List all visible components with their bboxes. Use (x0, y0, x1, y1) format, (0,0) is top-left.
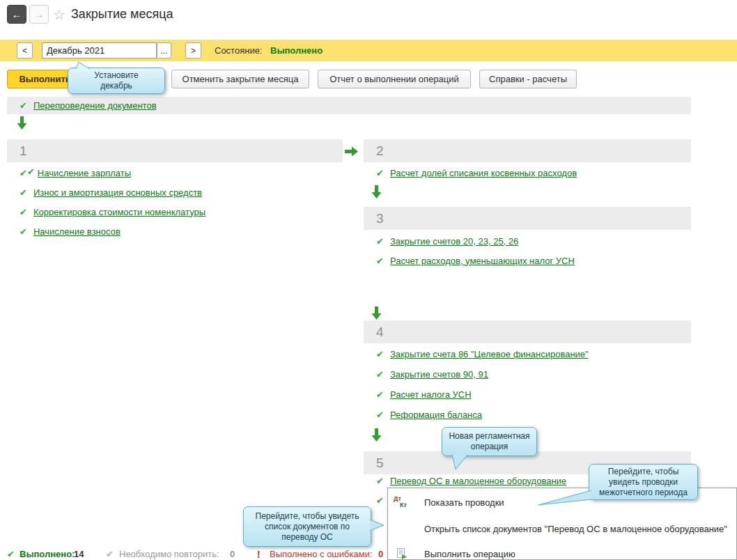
operation-link[interactable]: Износ и амортизация основных средств (33, 187, 202, 198)
tooltip-pointer-icon (451, 455, 469, 470)
done-check-icon: ✔ (7, 550, 15, 559)
block-number: 3 (376, 211, 384, 226)
reposting-documents-link[interactable]: Перепроведение документов (33, 100, 157, 111)
menu-item-open-documents[interactable]: Открыть список документов "Перевод ОС в … (388, 518, 736, 540)
done-check-icon: ✔ (376, 256, 384, 265)
operation-link[interactable]: Закрытие счетов 20, 23, 25, 26 (390, 236, 518, 247)
done-check-icon: ✔ (376, 476, 384, 485)
operation-row: ✔ Закрытие счетов 20, 23, 25, 26 (376, 234, 518, 248)
menu-item-perform-operation[interactable]: Выполнить операцию (388, 543, 736, 560)
status-done-label: Выполнено: (20, 550, 75, 559)
tooltip-line: Перейдите, чтобы (594, 467, 693, 477)
operation-row: ✔ (376, 493, 384, 507)
tooltip-pointer-icon (538, 488, 592, 506)
reposting-bar: ✔ Перепроведение документов (7, 97, 691, 114)
tooltip-line: Перейдите, чтобы увидеть (248, 511, 366, 522)
status-errors-value: 0 (378, 550, 383, 559)
menu-item-label: Показать проводки (424, 497, 504, 508)
status-repeat-label: Необходимо повторить: (119, 550, 219, 559)
menu-item-label: Открыть список документов "Перевод ОС в … (424, 524, 727, 534)
tooltip-pointer-icon (75, 61, 91, 69)
done-check-icon: ✔ (376, 370, 384, 379)
operation-row: ✔ Расчет расходов, уменьшающих налог УСН (376, 254, 575, 267)
done-check-icon: ✔ (20, 208, 27, 217)
operation-link[interactable]: Начисление взносов (33, 226, 121, 237)
tooltip-line: Новая регламентная (447, 431, 532, 442)
next-period-button[interactable]: > (185, 42, 201, 59)
operations-report-button[interactable]: Отчет о выполнении операций (318, 70, 471, 88)
flow-right-arrow-icon (345, 146, 358, 157)
done-check-icon: ✔ (376, 350, 384, 359)
tooltip-see-documents: Перейдите, чтобы увидеть список документ… (243, 506, 371, 547)
operation-link[interactable]: Закрытие счета 86 "Целевое финансировани… (390, 349, 589, 359)
done-check-icon: ✔ (376, 496, 384, 505)
done-check-icon: ✔ (20, 188, 27, 197)
forward-arrow-icon: → (34, 8, 45, 20)
operation-row: ✔ Начисление взносов (20, 224, 121, 238)
block-number: 4 (376, 325, 384, 339)
operation-row: ✔ Реформация баланса (376, 407, 482, 421)
status-done-value: 14 (74, 550, 84, 559)
operation-link[interactable]: Расчет долей списания косвенных расходов (390, 168, 577, 178)
menu-item-label: Выполнить операцию (424, 549, 515, 559)
period-toolbar: < ... > Состояние: Выполнено (0, 40, 737, 61)
tooltip-line: список документов по (248, 522, 366, 532)
block-number: 2 (376, 143, 384, 158)
state-value: Выполнено (270, 45, 323, 56)
done-check-icon: ✔ (376, 237, 384, 246)
tooltip-line: межотчетного периода (594, 488, 693, 498)
operation-row: ✔ Перевод ОС в малоценное оборудование (376, 474, 566, 488)
tooltip-see-postings: Перейдите, чтобы увидеть проводки межотч… (589, 464, 698, 500)
favorite-star-icon[interactable]: ☆ (53, 6, 65, 23)
flow-down-arrow-icon (17, 116, 27, 130)
tooltip-new-operation: Новая регламентная операция (442, 427, 537, 456)
done-check-icon: ✔ (376, 169, 384, 178)
flow-down-arrow-icon (371, 306, 382, 320)
dtkt-postings-icon: Дт Кт (394, 496, 410, 508)
done-check-icon: ✔ (20, 227, 27, 236)
block-4-header: 4 (364, 320, 691, 343)
period-input[interactable] (42, 42, 157, 59)
operation-row: ✔ Расчет налога УСН (376, 387, 472, 401)
forward-button[interactable]: → (29, 5, 49, 24)
tooltip-set-december: Установите декабрь (68, 68, 165, 94)
operation-link[interactable]: Реформация баланса (390, 410, 482, 420)
operation-link[interactable]: Начисление зарплаты (38, 168, 131, 178)
done-check-icon: ✔ (20, 101, 27, 110)
operation-row: ✔ Корректировка стоимости номенклатуры (20, 205, 205, 219)
done-check-icon: ✔ (376, 410, 384, 419)
done-check-icon: ✔ (27, 167, 35, 176)
page-title: Закрытие месяца (71, 7, 173, 22)
status-errors-label: Выполнено с ошибками: (270, 550, 373, 559)
operation-row: ✔ Износ и амортизация основных средств (20, 185, 202, 199)
done-check-icon: ✔ (20, 169, 27, 178)
references-calculations-button[interactable]: Справки - расчеты (479, 70, 577, 88)
operation-link[interactable]: Расчет налога УСН (390, 389, 472, 400)
operation-link[interactable]: Закрытие счетов 90, 91 (390, 369, 488, 380)
operation-link[interactable]: Корректировка стоимости номенклатуры (33, 207, 205, 217)
operation-link[interactable]: Перевод ОС в малоценное оборудование (390, 476, 566, 486)
month-closing-window: ← → ☆ Закрытие месяца < ... > Состояние:… (0, 0, 737, 560)
state-label: Состояние: (215, 45, 262, 56)
tooltip-line: увидеть проводки (594, 477, 693, 488)
back-arrow-icon: ← (12, 8, 22, 20)
operation-row: ✔✔ Начисление зарплаты (20, 166, 131, 180)
previous-period-button[interactable]: < (17, 42, 33, 59)
back-button[interactable]: ← (7, 5, 26, 24)
block-number: 1 (20, 143, 27, 158)
tooltip-line: Установите (72, 70, 160, 81)
block-2-header: 2 (364, 139, 691, 162)
flow-down-arrow-icon (371, 428, 382, 442)
period-picker-button[interactable]: ... (157, 42, 171, 59)
operation-row: ✔ Закрытие счетов 90, 91 (376, 367, 488, 381)
block-1-header: 1 (7, 139, 343, 162)
tooltip-line: декабрь (72, 81, 160, 91)
done-check-icon: ✔ (376, 390, 384, 399)
tooltip-line: операция (447, 442, 532, 452)
tooltip-line: переводу ОС (248, 532, 366, 543)
operation-row: ✔ Расчет долей списания косвенных расход… (376, 166, 577, 180)
block-3-header: 3 (364, 207, 691, 230)
cancel-closing-button[interactable]: Отменить закрытие месяца (171, 70, 309, 88)
operation-link[interactable]: Расчет расходов, уменьшающих налог УСН (390, 256, 575, 266)
tooltip-pointer-icon (369, 520, 385, 532)
